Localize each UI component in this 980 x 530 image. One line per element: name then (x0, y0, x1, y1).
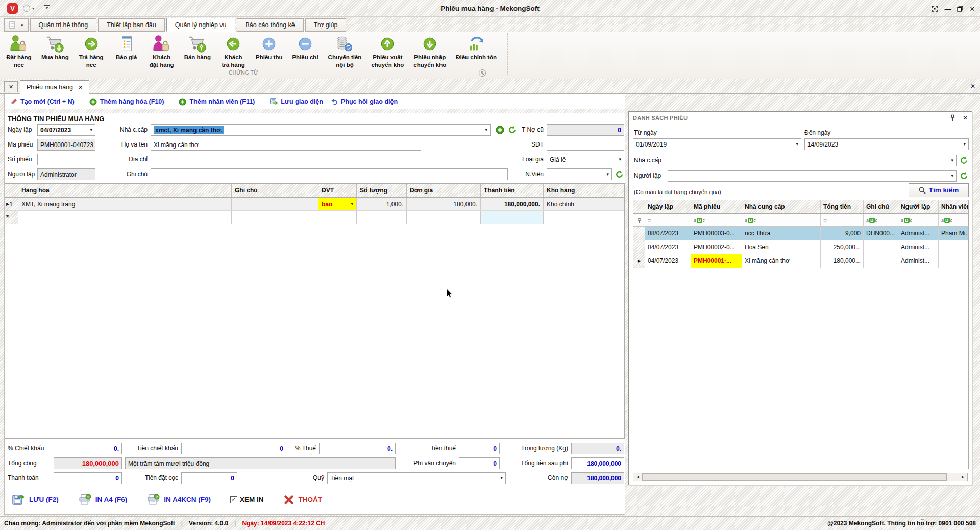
cell-qty[interactable] (357, 211, 407, 224)
caret-down-icon[interactable]: ▾ (498, 476, 503, 480)
ribbon-item-bao-gia[interactable]: Báo giá (113, 33, 140, 63)
menu-tab-quan-tri-he-thong[interactable]: Quản trị hệ thống (30, 18, 97, 32)
so-phieu-field[interactable] (37, 154, 95, 165)
app-logo-icon[interactable]: V (7, 3, 18, 14)
filter-nha-ccap-combo[interactable]: ▾ (668, 155, 957, 166)
panel-close-icon[interactable]: ✕ (963, 114, 968, 122)
cell-amount-focused[interactable] (481, 211, 544, 224)
filter-cell-date[interactable]: = (645, 214, 691, 226)
close-button[interactable]: ✕ (967, 4, 978, 13)
menu-tab-tro-giup[interactable]: Trợ giúp (305, 18, 347, 32)
ribbon-item-phieu-thu[interactable]: Phiếu thu (255, 33, 283, 63)
ribbon-item-dieu-chinh-ton[interactable]: Điều chỉnh tồn (455, 33, 498, 63)
menu-tab-thiet-lap-ban-dau[interactable]: Thiết lập ban đầu (98, 18, 165, 32)
col-nha-cung-cap[interactable]: Nhà cung cấp (742, 200, 821, 213)
chiet-khau-pct-field[interactable]: 0. (54, 443, 122, 454)
ribbon-item-phieu-chi[interactable]: Phiếu chi (291, 33, 319, 63)
filter-cell-supplier[interactable]: aBc (742, 214, 821, 226)
scroll-right-arrow[interactable]: ► (959, 473, 967, 481)
restore-button[interactable] (954, 4, 966, 13)
save-layout-button[interactable]: Lưu giao diện (270, 98, 323, 106)
ngay-lap-combo[interactable]: 04/07/2023 ▾ (37, 124, 95, 136)
quy-combo[interactable]: Tiền mặt ▾ (327, 472, 506, 484)
restore-layout-button[interactable]: Phục hồi giao diện (330, 98, 398, 106)
quick-access-caret-icon[interactable]: ▾ (32, 6, 34, 11)
col-thanh-tien[interactable]: Thành tiền (481, 184, 544, 197)
filter-cell-total[interactable]: = (821, 214, 864, 226)
ribbon-item-phieu-xuat-chuyen-kho[interactable]: Phiếu xuấtchuyển kho (370, 33, 405, 70)
cell-price[interactable] (407, 211, 481, 224)
filter-nguoi-lap-combo[interactable]: ▾ (668, 170, 957, 182)
caret-down-icon[interactable]: ▾ (949, 174, 953, 178)
ribbon-item-phieu-nhap-chuyen-kho[interactable]: Phiếu nhậpchuyển kho (412, 33, 447, 70)
print-a4kcn-button[interactable]: ? IN A4KCN (F9) (146, 493, 211, 507)
nha-ccap-combo[interactable]: xmct, Xi măng cần thơ, ▾ (151, 124, 491, 136)
thue-pct-field[interactable]: 0. (319, 443, 396, 454)
ribbon-item-ban-hang[interactable]: Bán hàng (183, 33, 212, 63)
cell-unit-combo[interactable]: bao ▾ (318, 198, 357, 210)
loai-gia-combo[interactable]: Giá lẻ ▾ (547, 154, 624, 165)
new-button[interactable]: Tạo mới (Ctrl + N) (10, 98, 75, 106)
ribbon-item-khach-tra-hang[interactable]: Kháchtrả hàng (219, 33, 247, 70)
ribbon-item-dat-hang-ncc[interactable]: Đặt hàngncc (5, 33, 33, 70)
search-button[interactable]: Tìm kiếm (909, 183, 969, 197)
new-item-row[interactable]: * (5, 211, 624, 224)
caret-down-icon[interactable]: ▾ (349, 202, 353, 206)
add-employee-button[interactable]: Thêm nhân viên (F11) (179, 98, 255, 106)
ribbon-item-mua-hang[interactable]: Mua hàng (40, 33, 70, 63)
ribbon-item-chuyen-tien-noi-bo[interactable]: Chuyển tiềnnội bộ (327, 33, 363, 70)
pin-icon[interactable] (950, 114, 955, 121)
toolbar-customize-icon[interactable]: ▾ (44, 5, 50, 11)
group-dialog-launcher[interactable] (479, 69, 486, 77)
col-tong-tien[interactable]: Tổng tiền (821, 200, 864, 213)
col-ghi-chu[interactable]: Ghi chú (864, 200, 898, 213)
exit-button[interactable]: THOÁT (283, 494, 323, 505)
thanh-toan-field[interactable]: 0 (54, 472, 122, 484)
refresh-filter-supplier-button[interactable] (960, 156, 968, 165)
caret-down-icon[interactable]: ▾ (961, 142, 966, 147)
tabstrip-close-icon[interactable]: ✕ (970, 83, 975, 90)
tab-close-icon[interactable]: ✕ (78, 84, 83, 91)
phi-van-chuyen-field[interactable]: 0 (459, 457, 500, 469)
n-vien-combo[interactable]: ▾ (547, 168, 612, 180)
voucher-row-3[interactable]: ▶ 04/07/2023 PMH00001-... Xi măng cần th… (633, 254, 968, 268)
minimize-button[interactable]: — (942, 4, 953, 13)
tien-chiet-khau-field[interactable]: 0 (181, 443, 286, 454)
filter-cell-creator[interactable]: aBc (898, 214, 939, 226)
col-ghi-chu[interactable]: Ghi chú (232, 184, 318, 197)
item-row-1[interactable]: ▶ 1 XMT, Xi măng trắng bao ▾ 1,000. 180,… (5, 198, 624, 211)
cell-note[interactable] (232, 211, 318, 224)
fullscreen-button[interactable] (929, 4, 940, 13)
horizontal-scrollbar[interactable]: ◄ ► (633, 473, 968, 481)
filter-row[interactable]: = aBc aBc = aBc aBc aBc (633, 214, 968, 227)
sdt-field[interactable] (547, 139, 624, 151)
menu-tab-quan-ly-nghiep-vu[interactable]: Quản lý nghiệp vụ (166, 18, 235, 32)
ghi-chu-field[interactable] (151, 168, 508, 180)
dia-chi-field[interactable] (151, 154, 518, 165)
filter-cell-code[interactable]: aBc (691, 214, 742, 226)
menu-launcher[interactable]: ▾ (4, 18, 29, 32)
tab-close-box[interactable]: ✕ (4, 81, 18, 92)
den-ngay-combo[interactable]: 14/09/2023 ▾ (804, 138, 969, 150)
caret-down-icon[interactable]: ▾ (604, 172, 609, 177)
preview-checkbox[interactable]: ✓ XEM IN (230, 496, 264, 503)
refresh-employee-button[interactable] (615, 170, 624, 179)
col-don-gia[interactable]: Đơn giá (407, 184, 481, 197)
col-so-luong[interactable]: Số lượng (357, 184, 407, 197)
quick-access-circle-icon[interactable] (23, 5, 30, 12)
tu-ngay-combo[interactable]: 01/09/2019 ▾ (633, 138, 801, 150)
col-kho-hang[interactable]: Kho hàng (544, 184, 624, 197)
cell-product[interactable] (18, 211, 232, 224)
voucher-row-2[interactable]: 04/07/2023 PMH00002-0... Hoa Sen 250,000… (633, 240, 968, 254)
ribbon-item-tra-hang-ncc[interactable]: Trả hàngncc (78, 33, 105, 70)
cell-unit[interactable] (318, 211, 357, 224)
col-ngay-lap[interactable]: Ngày lập (645, 200, 691, 213)
scrollbar-thumb[interactable] (642, 473, 947, 481)
caret-down-icon[interactable]: ▾ (88, 128, 92, 132)
voucher-row-1[interactable]: 08/07/2023 PMH00003-0... ncc Thừa 9,000 … (633, 227, 968, 240)
col-nhan-vien[interactable]: Nhân viên (939, 200, 968, 213)
scroll-left-arrow[interactable]: ◄ (633, 473, 642, 481)
checkbox-checked-icon[interactable]: ✓ (230, 496, 237, 503)
col-ma-phieu[interactable]: Mã phiếu (691, 200, 742, 213)
menu-tab-bao-cao-thong-ke[interactable]: Báo cáo thống kê (237, 18, 304, 32)
